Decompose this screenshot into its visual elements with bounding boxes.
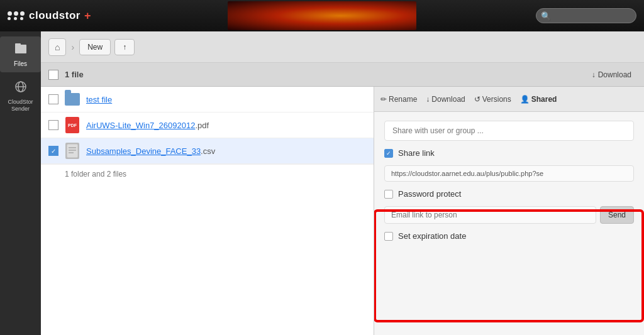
password-protect-checkbox[interactable] (384, 190, 393, 199)
app-plus: + (84, 9, 91, 23)
download-header-label: Download (598, 70, 631, 79)
download-icon: ↓ (426, 95, 430, 104)
app-name: cloudstor (29, 9, 80, 22)
file-checkbox-checked[interactable]: ✓ (48, 146, 58, 156)
send-button[interactable]: Send (600, 206, 634, 224)
files-icon (14, 41, 28, 58)
main-layout: Files CloudStorSender ⌂ › New ↑ (0, 31, 644, 335)
share-link-label: Share link (398, 148, 435, 158)
sidebar-item-cloudstor-sender[interactable]: CloudStorSender (0, 75, 41, 118)
download-action[interactable]: ↓ Download (426, 93, 465, 106)
download-header-button[interactable]: ↓ Download (587, 68, 636, 82)
email-link-input[interactable] (384, 206, 596, 224)
sidebar-item-files[interactable]: Files (0, 36, 41, 72)
file-count: 1 file (65, 70, 587, 79)
expiration-checkbox[interactable] (384, 232, 393, 241)
csv-icon (65, 143, 80, 158)
logo-dot (20, 11, 25, 16)
logo-dot (8, 11, 12, 16)
shared-label: Shared (531, 95, 557, 104)
file-checkbox[interactable] (48, 94, 58, 104)
breadcrumb-separator: › (71, 42, 74, 52)
logo-dot (14, 11, 18, 16)
versions-action[interactable]: ↺ Versions (474, 93, 511, 106)
search-input[interactable] (536, 8, 636, 23)
email-link-row: Send (384, 206, 634, 224)
share-link-checkbox[interactable]: ✓ (384, 149, 393, 158)
rename-action[interactable]: ✏ Rename (380, 93, 417, 106)
share-panel: ✏ Rename ↓ Download ↺ Versions 👤 Shared (374, 87, 644, 335)
content-area: ⌂ › New ↑ 1 file ↓ Download (41, 31, 644, 335)
logo-dot (8, 17, 11, 20)
topbar-image (228, 1, 416, 30)
csv-ext: .csv (201, 146, 215, 156)
expiration-row: Set expiration date (384, 231, 634, 241)
new-label: New (87, 43, 103, 52)
download-label: Download (431, 95, 465, 104)
globe-icon (14, 80, 28, 97)
share-link-row: ✓ Share link (384, 148, 634, 158)
password-protect-label: Password protect (398, 189, 461, 199)
share-user-input[interactable] (384, 121, 634, 141)
pdf-ext: .pdf (195, 121, 209, 130)
select-all-checkbox[interactable] (48, 70, 58, 80)
sidebar: Files CloudStorSender (0, 31, 41, 335)
expiration-label: Set expiration date (398, 231, 466, 241)
files-label: Files (14, 60, 27, 67)
file-list-header: 1 file ↓ Download (41, 63, 644, 87)
versions-label: Versions (482, 95, 511, 104)
pdf-icon: PDF (65, 118, 80, 133)
rename-label: Rename (389, 95, 417, 104)
pdf-name-link[interactable]: AirUWS-Lite_Win7_26092012 (86, 121, 195, 130)
home-button[interactable]: ⌂ (48, 38, 66, 56)
new-button[interactable]: New (79, 39, 111, 55)
logo-dot (20, 17, 23, 20)
share-url-input[interactable] (384, 165, 634, 182)
versions-icon: ↺ (474, 95, 480, 104)
svg-rect-0 (15, 45, 26, 53)
logo-area: cloudstor+ (8, 9, 165, 23)
file-list-wrapper: test file PDF AirUWS-Lite_Win7_26092012.… (41, 87, 644, 335)
sender-label: CloudStorSender (8, 99, 33, 113)
share-panel-toolbar: ✏ Rename ↓ Download ↺ Versions 👤 Shared (374, 87, 644, 112)
file-toolbar: ⌂ › New ↑ (41, 31, 644, 63)
shared-icon: 👤 (520, 95, 530, 104)
topbar: cloudstor+ 🔍 (0, 0, 644, 31)
password-protect-row: Password protect (384, 189, 634, 199)
topbar-decoration (165, 1, 479, 30)
share-panel-content: ✓ Share link Password protect Se (374, 112, 644, 335)
folder-name-link[interactable]: test file (86, 95, 112, 104)
logo-icon (8, 11, 25, 20)
topbar-right: 🔍 (479, 8, 636, 23)
upload-icon: ↑ (123, 43, 126, 52)
svg-rect-5 (67, 144, 78, 158)
logo-dot (14, 17, 17, 20)
folder-icon (65, 92, 80, 107)
download-header-icon: ↓ (592, 70, 596, 79)
send-label: Send (608, 211, 626, 219)
rename-icon: ✏ (380, 95, 387, 104)
svg-rect-1 (15, 43, 21, 46)
csv-name-link[interactable]: Subsamples_Devine_FACE_33 (86, 146, 201, 156)
upload-button[interactable]: ↑ (114, 39, 135, 55)
search-wrapper: 🔍 (536, 8, 636, 23)
file-checkbox[interactable] (48, 120, 58, 130)
shared-action[interactable]: 👤 Shared (520, 93, 557, 106)
